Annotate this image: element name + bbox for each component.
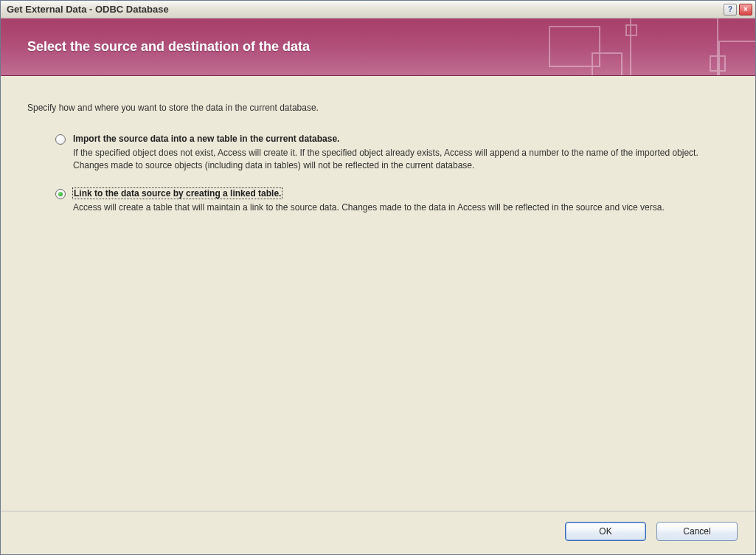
instruction-text: Specify how and where you want to store … [27,103,729,113]
footer: OK Cancel [1,511,755,554]
option-import-description: If the specified object does not exist, … [73,147,722,172]
options-group: Import the source data into a new table … [27,134,729,213]
help-button[interactable]: ? [724,4,737,15]
option-import-text: Import the source data into a new table … [73,134,729,172]
radio-link[interactable] [55,189,66,199]
option-link[interactable]: Link to the data source by creating a li… [55,188,729,214]
titlebar: Get External Data - ODBC Database ? × [1,1,755,18]
ok-button[interactable]: OK [565,522,646,541]
close-icon: × [743,5,748,13]
option-import-label: Import the source data into a new table … [73,134,339,144]
banner-heading: Select the source and destination of the… [27,39,310,55]
dialog-window: Get External Data - ODBC Database ? × Se… [0,0,756,555]
window-title: Get External Data - ODBC Database [4,4,724,15]
option-link-label: Link to the data source by creating a li… [73,188,282,199]
cancel-button[interactable]: Cancel [656,522,738,541]
option-link-description: Access will create a table that will mai… [73,201,722,214]
banner: Select the source and destination of the… [1,18,755,76]
titlebar-buttons: ? × [724,4,752,15]
radio-import[interactable] [55,134,66,145]
help-icon: ? [728,5,732,13]
banner-decoration-icon [504,18,755,75]
close-button[interactable]: × [739,4,752,15]
content-area: Specify how and where you want to store … [1,76,755,511]
option-import[interactable]: Import the source data into a new table … [55,134,729,172]
option-link-text: Link to the data source by creating a li… [73,188,729,214]
